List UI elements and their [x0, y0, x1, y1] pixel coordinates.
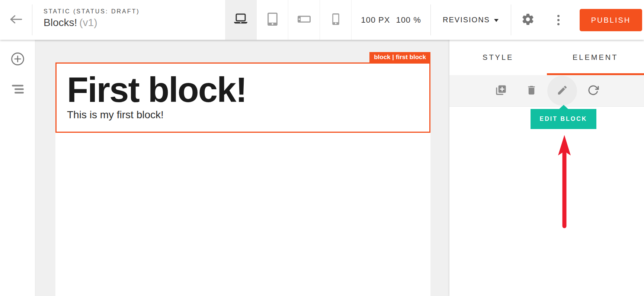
delete-block-button[interactable]: [516, 75, 547, 107]
block-selection-tag: block | first block: [369, 52, 430, 62]
kebab-menu-icon: [557, 15, 560, 25]
header-divider: [32, 4, 32, 35]
viewport-width-value: 100 PX: [361, 15, 390, 25]
left-sidebar: [0, 40, 35, 296]
device-tablet-button[interactable]: [257, 0, 288, 40]
tablet-icon: [267, 13, 278, 27]
device-preview-switcher: [225, 0, 352, 40]
panel-tabs: STYLE ELEMENT: [449, 40, 644, 75]
page-version: (v1): [79, 17, 97, 28]
viewport-metrics: 100 PX 100 %: [352, 0, 430, 40]
page-title: Blocks!: [44, 17, 77, 28]
chevron-down-icon: [494, 19, 499, 22]
content-structure-button[interactable]: [0, 80, 35, 100]
phone-portrait-icon: [332, 13, 339, 26]
tab-element[interactable]: ELEMENT: [547, 40, 644, 75]
header-divider: [511, 4, 511, 35]
revisions-dropdown[interactable]: REVISIONS: [430, 0, 511, 40]
arrow-left-icon: [9, 15, 23, 26]
trash-icon: [526, 84, 537, 97]
viewport-zoom-value: 100 %: [396, 15, 421, 25]
add-circle-icon: [11, 52, 25, 67]
add-component-button[interactable]: [0, 49, 35, 70]
phone-landscape-icon: [298, 16, 311, 24]
duplicate-icon: [494, 84, 507, 98]
revisions-label: REVISIONS: [443, 16, 490, 24]
block-heading: First block!: [67, 73, 419, 107]
selected-block[interactable]: First block! This is my first block!: [55, 62, 430, 133]
refresh-icon: [587, 84, 599, 97]
device-phone-portrait-button[interactable]: [320, 0, 352, 40]
refresh-block-button[interactable]: [578, 75, 609, 107]
pencil-icon: [557, 84, 568, 97]
edit-block-tooltip: EDIT BLOCK: [531, 109, 596, 129]
back-button[interactable]: [0, 0, 32, 40]
top-toolbar: STATIC (STATUS: DRAFT) Blocks!(v1): [0, 0, 644, 40]
edit-block-button[interactable]: [547, 75, 578, 107]
device-laptop-button[interactable]: [225, 0, 257, 40]
duplicate-block-button[interactable]: [485, 75, 516, 107]
publish-button[interactable]: PUBLISH: [580, 9, 642, 31]
laptop-icon: [233, 13, 249, 26]
element-toolbar: [449, 75, 644, 107]
device-phone-landscape-button[interactable]: [288, 0, 320, 40]
page-header-title: STATIC (STATUS: DRAFT) Blocks!(v1): [44, 8, 140, 29]
block-body-text: This is my first block!: [67, 109, 419, 121]
gear-icon: [521, 13, 535, 28]
page-status-label: STATIC (STATUS: DRAFT): [44, 8, 140, 15]
editor-canvas: block | first block First block! This is…: [35, 40, 449, 296]
more-options-button[interactable]: [550, 11, 567, 29]
tab-style[interactable]: STYLE: [449, 40, 547, 75]
page-preview: block | first block First block! This is…: [55, 62, 430, 296]
properties-panel: STYLE ELEMENT: [449, 40, 644, 296]
annotation-arrow-up: [555, 133, 573, 232]
settings-button[interactable]: [518, 11, 538, 29]
content-lines-icon: [12, 84, 24, 96]
